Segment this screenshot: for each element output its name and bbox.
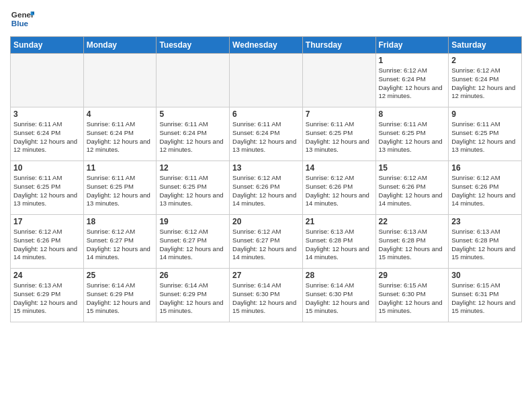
calendar-cell: 26Sunrise: 6:14 AM Sunset: 6:29 PM Dayli…	[157, 269, 230, 322]
calendar-cell: 18Sunrise: 6:12 AM Sunset: 6:27 PM Dayli…	[83, 215, 157, 269]
calendar-cell: 25Sunrise: 6:14 AM Sunset: 6:29 PM Dayli…	[83, 269, 157, 322]
day-info: Sunrise: 6:11 AM Sunset: 6:25 PM Dayligh…	[306, 120, 373, 154]
day-info: Sunrise: 6:11 AM Sunset: 6:25 PM Dayligh…	[87, 174, 154, 208]
day-info: Sunrise: 6:11 AM Sunset: 6:25 PM Dayligh…	[451, 120, 519, 154]
calendar-cell: 10Sunrise: 6:11 AM Sunset: 6:25 PM Dayli…	[11, 161, 84, 215]
day-info: Sunrise: 6:13 AM Sunset: 6:28 PM Dayligh…	[451, 228, 519, 262]
day-number: 11	[87, 163, 154, 173]
day-number: 27	[232, 271, 300, 280]
day-number: 24	[13, 271, 81, 280]
day-of-week-header: Friday	[375, 37, 449, 54]
day-info: Sunrise: 6:12 AM Sunset: 6:27 PM Dayligh…	[159, 228, 226, 262]
day-number: 26	[159, 271, 226, 280]
day-number: 29	[379, 271, 446, 280]
day-number: 10	[13, 163, 81, 173]
calendar-cell: 20Sunrise: 6:12 AM Sunset: 6:27 PM Dayli…	[230, 215, 303, 269]
day-number: 30	[451, 271, 519, 280]
day-number: 28	[306, 271, 373, 280]
calendar-week-row: 1Sunrise: 6:12 AM Sunset: 6:24 PM Daylig…	[11, 54, 522, 107]
day-info: Sunrise: 6:13 AM Sunset: 6:29 PM Dayligh…	[13, 281, 81, 316]
calendar: SundayMondayTuesdayWednesdayThursdayFrid…	[10, 36, 522, 322]
calendar-cell	[230, 54, 303, 107]
day-info: Sunrise: 6:12 AM Sunset: 6:24 PM Dayligh…	[379, 66, 446, 101]
day-number: 7	[306, 109, 373, 119]
day-number: 16	[451, 163, 519, 173]
day-number: 4	[87, 109, 154, 119]
calendar-week-row: 17Sunrise: 6:12 AM Sunset: 6:26 PM Dayli…	[11, 215, 522, 269]
day-info: Sunrise: 6:12 AM Sunset: 6:27 PM Dayligh…	[87, 228, 154, 262]
day-info: Sunrise: 6:14 AM Sunset: 6:29 PM Dayligh…	[87, 281, 154, 316]
day-info: Sunrise: 6:12 AM Sunset: 6:26 PM Dayligh…	[306, 174, 373, 208]
calendar-cell	[302, 54, 375, 107]
day-info: Sunrise: 6:12 AM Sunset: 6:26 PM Dayligh…	[13, 228, 81, 262]
calendar-header-row: SundayMondayTuesdayWednesdayThursdayFrid…	[11, 37, 522, 54]
day-info: Sunrise: 6:14 AM Sunset: 6:30 PM Dayligh…	[306, 281, 373, 316]
day-info: Sunrise: 6:14 AM Sunset: 6:29 PM Dayligh…	[159, 281, 226, 316]
calendar-cell: 29Sunrise: 6:15 AM Sunset: 6:30 PM Dayli…	[375, 269, 449, 322]
logo-icon: General Blue	[10, 7, 34, 31]
calendar-cell: 6Sunrise: 6:11 AM Sunset: 6:24 PM Daylig…	[230, 107, 303, 161]
calendar-cell: 7Sunrise: 6:11 AM Sunset: 6:25 PM Daylig…	[302, 107, 375, 161]
calendar-cell	[11, 54, 84, 107]
calendar-cell: 8Sunrise: 6:11 AM Sunset: 6:25 PM Daylig…	[375, 107, 449, 161]
day-number: 6	[232, 109, 300, 119]
calendar-cell: 16Sunrise: 6:12 AM Sunset: 6:26 PM Dayli…	[449, 161, 522, 215]
day-number: 1	[379, 56, 446, 65]
day-number: 19	[159, 217, 226, 226]
day-number: 12	[159, 163, 226, 173]
day-of-week-header: Saturday	[449, 37, 522, 54]
calendar-cell: 17Sunrise: 6:12 AM Sunset: 6:26 PM Dayli…	[11, 215, 84, 269]
calendar-cell: 11Sunrise: 6:11 AM Sunset: 6:25 PM Dayli…	[83, 161, 157, 215]
day-of-week-header: Thursday	[302, 37, 375, 54]
calendar-cell: 30Sunrise: 6:15 AM Sunset: 6:31 PM Dayli…	[449, 269, 522, 322]
day-info: Sunrise: 6:12 AM Sunset: 6:27 PM Dayligh…	[232, 228, 300, 262]
day-info: Sunrise: 6:11 AM Sunset: 6:24 PM Dayligh…	[159, 120, 226, 154]
calendar-cell: 4Sunrise: 6:11 AM Sunset: 6:24 PM Daylig…	[83, 107, 157, 161]
day-number: 23	[451, 217, 519, 226]
day-info: Sunrise: 6:13 AM Sunset: 6:28 PM Dayligh…	[379, 228, 446, 262]
day-number: 18	[87, 217, 154, 226]
calendar-cell: 2Sunrise: 6:12 AM Sunset: 6:24 PM Daylig…	[449, 54, 522, 107]
logo: General Blue	[10, 7, 34, 31]
day-info: Sunrise: 6:14 AM Sunset: 6:30 PM Dayligh…	[232, 281, 300, 316]
day-info: Sunrise: 6:15 AM Sunset: 6:30 PM Dayligh…	[379, 281, 446, 316]
calendar-cell: 12Sunrise: 6:11 AM Sunset: 6:25 PM Dayli…	[157, 161, 230, 215]
calendar-cell: 21Sunrise: 6:13 AM Sunset: 6:28 PM Dayli…	[302, 215, 375, 269]
day-of-week-header: Tuesday	[157, 37, 230, 54]
page-header: General Blue	[10, 7, 522, 31]
day-number: 2	[451, 56, 519, 65]
calendar-cell: 14Sunrise: 6:12 AM Sunset: 6:26 PM Dayli…	[302, 161, 375, 215]
day-number: 9	[451, 109, 519, 119]
day-of-week-header: Wednesday	[230, 37, 303, 54]
day-info: Sunrise: 6:12 AM Sunset: 6:24 PM Dayligh…	[451, 66, 519, 101]
day-info: Sunrise: 6:11 AM Sunset: 6:24 PM Dayligh…	[87, 120, 154, 154]
day-number: 17	[13, 217, 81, 226]
day-info: Sunrise: 6:11 AM Sunset: 6:24 PM Dayligh…	[13, 120, 81, 154]
calendar-cell: 23Sunrise: 6:13 AM Sunset: 6:28 PM Dayli…	[449, 215, 522, 269]
day-of-week-header: Sunday	[11, 37, 84, 54]
day-number: 15	[379, 163, 446, 173]
day-info: Sunrise: 6:13 AM Sunset: 6:28 PM Dayligh…	[306, 228, 373, 262]
day-info: Sunrise: 6:12 AM Sunset: 6:26 PM Dayligh…	[451, 174, 519, 208]
svg-text:Blue: Blue	[11, 19, 29, 28]
calendar-cell: 24Sunrise: 6:13 AM Sunset: 6:29 PM Dayli…	[11, 269, 84, 322]
day-number: 14	[306, 163, 373, 173]
day-info: Sunrise: 6:12 AM Sunset: 6:26 PM Dayligh…	[379, 174, 446, 208]
calendar-cell: 15Sunrise: 6:12 AM Sunset: 6:26 PM Dayli…	[375, 161, 449, 215]
calendar-cell: 1Sunrise: 6:12 AM Sunset: 6:24 PM Daylig…	[375, 54, 449, 107]
calendar-week-row: 24Sunrise: 6:13 AM Sunset: 6:29 PM Dayli…	[11, 269, 522, 322]
day-number: 22	[379, 217, 446, 226]
calendar-cell	[157, 54, 230, 107]
day-number: 21	[306, 217, 373, 226]
day-info: Sunrise: 6:12 AM Sunset: 6:26 PM Dayligh…	[232, 174, 300, 208]
calendar-cell: 3Sunrise: 6:11 AM Sunset: 6:24 PM Daylig…	[11, 107, 84, 161]
calendar-cell: 28Sunrise: 6:14 AM Sunset: 6:30 PM Dayli…	[302, 269, 375, 322]
day-number: 20	[232, 217, 300, 226]
day-number: 5	[159, 109, 226, 119]
day-number: 25	[87, 271, 154, 280]
day-of-week-header: Monday	[83, 37, 157, 54]
day-number: 8	[379, 109, 446, 119]
calendar-cell: 27Sunrise: 6:14 AM Sunset: 6:30 PM Dayli…	[230, 269, 303, 322]
day-info: Sunrise: 6:15 AM Sunset: 6:31 PM Dayligh…	[451, 281, 519, 316]
calendar-cell: 13Sunrise: 6:12 AM Sunset: 6:26 PM Dayli…	[230, 161, 303, 215]
